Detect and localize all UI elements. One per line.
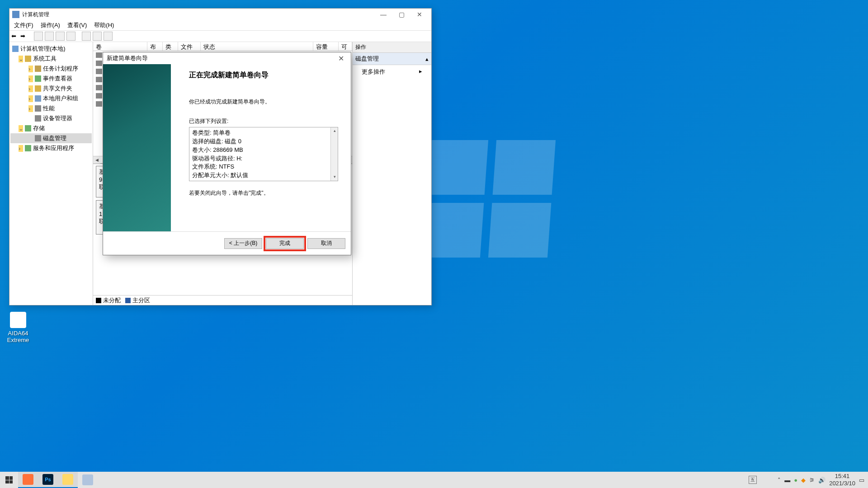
tray-icon[interactable]: ● — [794, 477, 797, 483]
toolbar-button[interactable] — [93, 32, 102, 41]
tray-icon[interactable]: ◆ — [801, 477, 806, 483]
volume-icon[interactable]: 🔊 — [818, 477, 826, 483]
wizard-success-text: 你已经成功完成新建简单卷向导。 — [189, 98, 338, 106]
menu-help[interactable]: 帮助(H) — [91, 20, 117, 30]
tray-chevron-icon[interactable]: ˄ — [778, 477, 781, 483]
clock[interactable]: 15:41 2021/3/10 — [829, 473, 855, 487]
actions-pane: 操作 磁盘管理▴ 更多操作▸ — [353, 42, 431, 305]
toolbar: ⬅ ➡ — [9, 30, 431, 42]
toolbar-button[interactable] — [104, 32, 113, 41]
col-volume[interactable]: 卷 — [93, 42, 147, 51]
scroll-down-icon[interactable]: ▾ — [331, 174, 338, 181]
ime-indicator[interactable]: 五 — [749, 476, 757, 484]
settings-scrollbar[interactable]: ▴ ▾ — [330, 127, 338, 181]
col-type[interactable]: 类型 — [163, 42, 178, 51]
scroll-up-icon[interactable]: ▴ — [331, 127, 338, 135]
wizard-titlebar: 新建简单卷向导 ✕ — [103, 52, 351, 64]
volume-list-header: 卷 布局 类型 文件系统 状态 容量 可 — [93, 42, 352, 51]
submenu-icon: ▸ — [419, 68, 422, 76]
new-simple-volume-wizard: 新建简单卷向导 ✕ 正在完成新建简单卷向导 你已经成功完成新建简单卷向导。 已选… — [103, 52, 351, 255]
menu-view[interactable]: 查看(V) — [65, 20, 90, 30]
minimize-button[interactable]: — — [374, 9, 392, 20]
actions-header: 操作 — [353, 42, 431, 53]
col-layout[interactable]: 布局 — [147, 42, 163, 51]
collapse-icon: ▴ — [425, 56, 429, 62]
legend: 未分配 主分区 — [93, 295, 352, 305]
menu-file[interactable]: 文件(F) — [11, 20, 36, 30]
tree-root[interactable]: 计算机管理(本地) — [10, 44, 92, 54]
legend-unallocated: 未分配 — [96, 296, 121, 305]
back-button[interactable]: < 上一步(B) — [224, 238, 262, 249]
tree-pane: 计算机管理(本地) ⌄系统工具 ›任务计划程序 ›事件查看器 ›共享文件夹 ›本… — [9, 42, 93, 305]
col-capacity[interactable]: 容量 — [313, 42, 339, 51]
col-status[interactable]: 状态 — [201, 42, 313, 51]
wizard-settings-list[interactable]: 卷类型: 简单卷 选择的磁盘: 磁盘 0 卷大小: 288669 MB 驱动器号… — [189, 127, 338, 181]
tree-services-apps[interactable]: ›服务和应用程序 — [10, 143, 92, 153]
menu-action[interactable]: 操作(A) — [38, 20, 63, 30]
desktop-windows-logo — [421, 140, 556, 258]
col-filesystem[interactable]: 文件系统 — [178, 42, 201, 51]
wizard-close-instruction: 若要关闭此向导，请单击"完成"。 — [189, 189, 338, 197]
back-icon[interactable]: ⬅ — [11, 33, 19, 40]
toolbar-button[interactable] — [66, 32, 75, 41]
window-title: 计算机管理 — [22, 11, 374, 19]
wizard-footer: < 上一步(B) 完成 取消 — [103, 231, 351, 255]
tree-local-users[interactable]: ›本地用户和组 — [10, 94, 92, 103]
tree-disk-management[interactable]: 磁盘管理 — [10, 133, 92, 143]
toolbar-button[interactable] — [34, 32, 43, 41]
taskbar-app[interactable] — [78, 472, 98, 488]
notifications-icon[interactable]: ▭ — [859, 477, 864, 483]
wifi-icon[interactable]: ⚞ — [809, 477, 815, 483]
wizard-title: 新建简单卷向导 — [107, 54, 335, 62]
start-button[interactable] — [0, 472, 18, 488]
toolbar-button[interactable] — [56, 32, 65, 41]
tree-event-viewer[interactable]: ›事件查看器 — [10, 74, 92, 84]
wizard-side-graphic — [103, 64, 171, 231]
tree-performance[interactable]: ›性能 — [10, 103, 92, 113]
scroll-left-icon[interactable]: ◀ — [93, 156, 100, 164]
toolbar-button[interactable] — [82, 32, 91, 41]
col-free[interactable]: 可 — [339, 42, 352, 51]
cancel-button[interactable]: 取消 — [307, 238, 345, 249]
tree-task-scheduler[interactable]: ›任务计划程序 — [10, 64, 92, 74]
tray-icon[interactable]: ▬ — [784, 477, 790, 483]
taskbar-photoshop[interactable]: Ps — [38, 472, 58, 488]
tree-storage[interactable]: ⌄存储 — [10, 123, 92, 133]
actions-section[interactable]: 磁盘管理▴ — [353, 53, 431, 65]
taskbar-firefox[interactable] — [18, 472, 38, 488]
tree-device-manager[interactable]: 设备管理器 — [10, 113, 92, 123]
tree-system-tools[interactable]: ⌄系统工具 — [10, 54, 92, 64]
maximize-button[interactable]: ▢ — [392, 9, 410, 20]
menubar: 文件(F) 操作(A) 查看(V) 帮助(H) — [9, 20, 431, 30]
close-button[interactable]: ✕ — [410, 9, 429, 20]
wizard-settings-label: 已选择下列设置: — [189, 117, 338, 125]
wizard-close-button[interactable]: ✕ — [335, 54, 347, 63]
finish-button[interactable]: 完成 — [266, 238, 304, 249]
tree-shared-folders[interactable]: ›共享文件夹 — [10, 84, 92, 94]
taskbar: Ps 五 ˄ ▬ ● ◆ ⚞ 🔊 15:41 2021/3/10 ▭ — [0, 472, 868, 488]
app-icon — [12, 11, 19, 18]
titlebar: 计算机管理 — ▢ ✕ — [9, 9, 431, 20]
forward-icon[interactable]: ➡ — [20, 33, 28, 40]
system-tray: 五 ˄ ▬ ● ◆ ⚞ 🔊 15:41 2021/3/10 ▭ — [749, 473, 868, 487]
desktop-icon-aida64[interactable]: AIDA64 Extreme — [7, 312, 29, 343]
toolbar-button[interactable] — [45, 32, 54, 41]
actions-more[interactable]: 更多操作▸ — [353, 65, 431, 79]
wizard-heading: 正在完成新建简单卷向导 — [189, 70, 338, 80]
taskbar-explorer[interactable] — [58, 472, 78, 488]
legend-primary: 主分区 — [125, 296, 150, 305]
